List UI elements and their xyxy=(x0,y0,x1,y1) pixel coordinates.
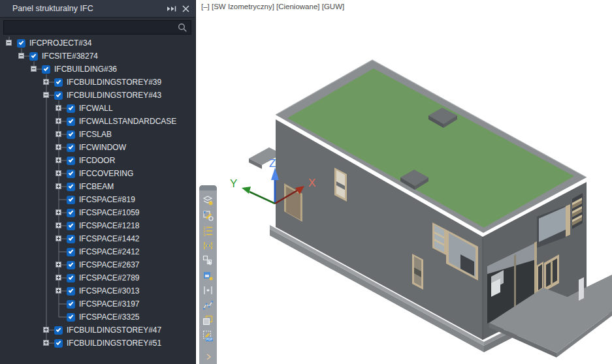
tree-row[interactable]: IFCBUILDING#36 xyxy=(0,63,195,76)
checkbox[interactable] xyxy=(54,339,63,348)
checkbox[interactable] xyxy=(67,157,75,165)
select-similar-icon[interactable] xyxy=(201,254,215,267)
search-input[interactable] xyxy=(7,21,176,34)
checkbox[interactable] xyxy=(67,300,75,309)
checkbox[interactable] xyxy=(54,326,63,335)
tree-row[interactable]: IFCWALLSTANDARDCASE xyxy=(0,115,195,128)
tree-item-label[interactable]: IFCWALLSTANDARDCASE xyxy=(79,115,176,128)
tree-row[interactable]: IFCSPACE#819 xyxy=(0,193,195,206)
expander-icon[interactable] xyxy=(43,92,49,98)
tree-item-label[interactable]: IFCSPACE#1442 xyxy=(79,232,140,245)
expander-icon[interactable] xyxy=(43,79,49,85)
paste-block-icon[interactable] xyxy=(201,269,215,282)
viewport-controls-label[interactable]: [–] [SW Izometryczny] [Cieniowane] [GUW] xyxy=(201,3,344,10)
expander-icon[interactable] xyxy=(56,131,61,137)
annotation-edit-icon[interactable] xyxy=(201,209,215,222)
tree-row[interactable]: IFCSITE#38274 xyxy=(0,50,195,63)
toolbar-grip[interactable] xyxy=(199,185,217,190)
tree-row[interactable]: IFCSPACE#2637 xyxy=(0,258,195,271)
expander-icon[interactable] xyxy=(43,327,49,333)
tree-row[interactable]: IFCWALL xyxy=(0,102,195,115)
tree-row[interactable]: IFCSPACE#1218 xyxy=(0,219,195,232)
checkbox[interactable] xyxy=(42,65,50,74)
dock-icon[interactable] xyxy=(164,3,178,14)
expander-icon[interactable] xyxy=(56,183,61,189)
checkbox[interactable] xyxy=(67,183,75,191)
tree-row[interactable]: IFCSPACE#1059 xyxy=(0,206,195,219)
tree-item-label[interactable]: IFCSITE#38274 xyxy=(42,50,98,63)
tree-item-label[interactable]: IFCBUILDINGSTOREY#47 xyxy=(67,324,161,337)
tree-item-label[interactable]: IFCDOOR xyxy=(79,154,115,167)
tree-row[interactable]: IFCDOOR xyxy=(0,154,195,167)
tree-row[interactable]: IFCWINDOW xyxy=(0,141,195,154)
checkbox[interactable] xyxy=(67,104,75,113)
width-constraint-icon[interactable] xyxy=(201,239,215,252)
expander-icon[interactable] xyxy=(56,118,61,124)
expander-icon[interactable] xyxy=(56,209,61,215)
layer-visibility-icon[interactable] xyxy=(201,194,215,207)
tree-item-label[interactable]: IFCSPACE#1059 xyxy=(79,206,140,219)
checkbox[interactable] xyxy=(67,222,75,230)
tree-item-label[interactable]: IFCPROJECT#34 xyxy=(29,37,91,50)
tree-row[interactable]: IFCBEAM xyxy=(0,180,195,193)
expander-icon[interactable] xyxy=(56,222,61,228)
checkbox[interactable] xyxy=(67,261,75,269)
expander-icon[interactable] xyxy=(56,144,61,150)
tree-row[interactable]: IFCBUILDINGSTOREY#47 xyxy=(0,324,195,337)
tree-item-label[interactable]: IFCSLAB xyxy=(79,128,112,141)
tree-item-label[interactable]: IFCSPACE#3197 xyxy=(79,297,140,311)
checkbox[interactable] xyxy=(67,144,75,152)
floating-toolbar[interactable]: 123 PGP xyxy=(199,185,217,364)
expander-icon[interactable] xyxy=(6,40,12,46)
tree-row[interactable]: IFCSPACE#1442 xyxy=(0,232,195,245)
tree-row[interactable]: IFCCOVERING xyxy=(0,167,195,180)
checkbox[interactable] xyxy=(67,313,75,322)
expander-icon[interactable] xyxy=(56,235,61,241)
numbered-list-icon[interactable]: 123 xyxy=(201,224,215,237)
tree-row[interactable]: IFCSPACE#3013 xyxy=(0,284,195,297)
expander-icon[interactable] xyxy=(56,170,61,176)
tree-row[interactable]: IFCBUILDINGSTOREY#39 xyxy=(0,76,195,89)
search-icon[interactable] xyxy=(178,23,187,33)
checkbox[interactable] xyxy=(67,274,75,282)
checkbox[interactable] xyxy=(67,248,75,256)
tree-row[interactable]: IFCSPACE#2789 xyxy=(0,271,195,284)
tree-item-label[interactable]: IFCBUILDINGSTOREY#43 xyxy=(67,89,161,102)
expander-icon[interactable] xyxy=(56,262,61,267)
close-icon[interactable] xyxy=(178,3,193,14)
tree-row[interactable]: IFCPROJECT#34 xyxy=(0,37,195,50)
tree-item-label[interactable]: IFCSPACE#2637 xyxy=(79,258,140,271)
tree-row[interactable]: IFCSPACE#2412 xyxy=(0,245,195,258)
tree-item-label[interactable]: IFCSPACE#3013 xyxy=(79,284,140,297)
tree-item-label[interactable]: IFCSPACE#2789 xyxy=(79,271,140,284)
checkbox[interactable] xyxy=(67,117,75,126)
expander-icon[interactable] xyxy=(56,157,61,163)
expander-icon[interactable] xyxy=(56,275,61,281)
checkbox[interactable] xyxy=(54,91,63,100)
expander-icon[interactable] xyxy=(18,53,24,59)
tree-item-label[interactable]: IFCBUILDINGSTOREY#39 xyxy=(67,76,161,89)
tree-item-label[interactable]: IFCSPACE#819 xyxy=(79,193,135,206)
tree-item-label[interactable]: IFCBEAM xyxy=(79,180,114,193)
expander-icon[interactable] xyxy=(43,340,49,346)
checkbox[interactable] xyxy=(67,287,75,296)
mirror-icon[interactable] xyxy=(201,284,215,297)
tree-row[interactable]: IFCBUILDINGSTOREY#43 xyxy=(0,89,195,102)
overflow-arrow-icon[interactable] xyxy=(201,351,215,363)
tree-item-label[interactable]: IFCSPACE#3325 xyxy=(79,311,140,324)
expander-icon[interactable] xyxy=(56,105,61,111)
copy-objects-icon[interactable] xyxy=(201,314,215,327)
checkbox[interactable] xyxy=(67,170,75,178)
tree-row[interactable]: IFCBUILDINGSTOREY#51 xyxy=(0,337,195,350)
checkbox[interactable] xyxy=(67,235,75,243)
checkbox[interactable] xyxy=(17,39,25,48)
tree-item-label[interactable]: IFCBUILDING#36 xyxy=(54,63,117,76)
tree-item-label[interactable]: IFCSPACE#2412 xyxy=(79,245,140,258)
expander-icon[interactable] xyxy=(56,288,61,294)
checkbox[interactable] xyxy=(67,130,75,139)
checkbox[interactable] xyxy=(67,196,75,204)
checkbox[interactable] xyxy=(54,78,63,87)
tree-row[interactable]: IFCSPACE#3325 xyxy=(0,311,195,324)
tree-item-label[interactable]: IFCCOVERING xyxy=(79,167,133,180)
polyline-fit-icon[interactable] xyxy=(201,299,215,312)
